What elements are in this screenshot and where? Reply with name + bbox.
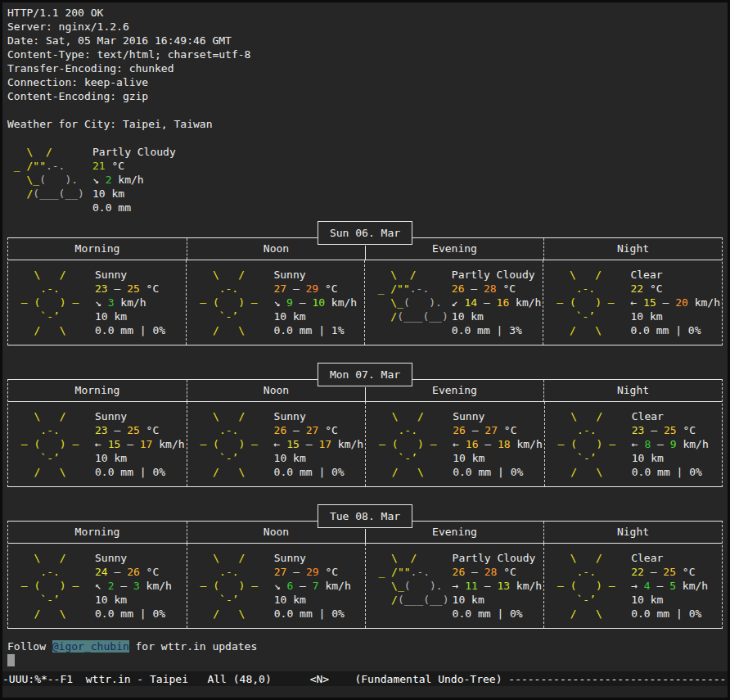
http-status-line: HTTP/1.1 200 OK (7, 6, 728, 20)
condition-text: Partly Cloudy (453, 551, 543, 565)
wind-text: ← 16 – 18 km/h (453, 437, 543, 451)
condition-text: Clear (631, 551, 708, 565)
temperature-text: 23 – 25 °C (632, 423, 709, 437)
header-morning: Morning (8, 380, 187, 401)
condition-text: Sunny (274, 551, 351, 565)
header-night: Night (543, 522, 722, 543)
forecast-cell-noon: \ / .-. ― ( ) ― `-’ / \ Sunny 27 – 29 °C… (187, 544, 365, 628)
precipitation-text: 0.0 mm | 0% (274, 607, 351, 621)
wind-arrow-icon: → (453, 580, 466, 592)
date-connector (365, 387, 366, 402)
condition-text: Clear (630, 268, 720, 282)
forecast-cell-noon: \ / .-. ― ( ) ― `-’ / \ Sunny 26 – 27 °C… (187, 402, 366, 486)
visibility-text: 10 km (273, 309, 357, 323)
http-header-date: Date: Sat, 05 Mar 2016 16:49:46 GMT (7, 34, 728, 47)
terminal-screen: HTTP/1.1 200 OK Server: nginx/1.2.6 Date… (0, 0, 730, 700)
header-night: Night (543, 380, 722, 401)
weather-art-icon: \ / .-. ― ( ) ― `-’ / \ (15, 551, 90, 621)
date-connector (365, 529, 366, 544)
visibility-text: 10 km (95, 451, 185, 465)
temperature-text: 21 °C (92, 159, 176, 173)
forecast-cell-morning: \ / .-. ― ( ) ― `-’ / \ Sunny 23 – 25 °C… (8, 260, 186, 345)
weather-art-icon: \ / _ /"".-. \_( ). /(___(__) (372, 551, 448, 621)
wind-arrow-icon: ↘ (95, 296, 108, 309)
wind-arrow-icon: ← (630, 296, 643, 309)
condition-text: Sunny (95, 268, 165, 282)
terminal-content: HTTP/1.1 200 OK Server: nginx/1.2.6 Date… (2, 2, 728, 667)
wind-text: ↘ 6 – 7 km/h (274, 579, 351, 593)
current-details: Partly Cloudy 21 °C ↘ 2 km/h 10 km 0.0 m… (92, 145, 176, 215)
weather-art-icon: \ / .-. ― ( ) ― `-’ / \ (550, 268, 625, 337)
wind-arrow-icon: ← (632, 438, 645, 450)
temperature-text: 26 – 28 °C (453, 565, 543, 579)
echo-area (2, 686, 728, 698)
follow-line: Follow @igor_chubin for wttr.in updates (7, 639, 728, 653)
forecast-days: Sun 06. Mar Morning Noon Evening Night \… (7, 237, 728, 629)
visibility-text: 10 km (452, 309, 542, 323)
http-header-connection: Connection: keep-alive (7, 75, 728, 89)
follow-prefix: Follow (7, 640, 52, 653)
visibility-text: 10 km (95, 593, 172, 607)
visibility-text: 10 km (631, 593, 708, 607)
precipitation-text: 0.0 mm | 0% (453, 607, 543, 621)
weather-art-icon: \ / .-. ― ( ) ― `-’ / \ (552, 409, 627, 479)
forecast-cell-morning: \ / .-. ― ( ) ― `-’ / \ Sunny 23 – 25 °C… (8, 402, 187, 486)
forecast-row: \ / .-. ― ( ) ― `-’ / \ Sunny 23 – 25 °C… (8, 260, 722, 345)
header-morning: Morning (8, 238, 187, 260)
http-header-content-type: Content-Type: text/html; charset=utf-8 (7, 47, 728, 61)
wind-text: ↘ 9 – 10 km/h (273, 296, 357, 309)
wind-text: → 4 – 5 km/h (631, 579, 708, 593)
header-night: Night (543, 238, 722, 260)
temperature-text: 26 – 28 °C (452, 282, 542, 296)
current-conditions: \ / _ /"".-. \_( ). /(___(__) Partly Clo… (7, 145, 728, 215)
spacer (7, 131, 728, 145)
temperature-text: 26 – 27 °C (453, 423, 543, 437)
forecast-row: \ / .-. ― ( ) ― `-’ / \ Sunny 23 – 25 °C… (8, 402, 722, 486)
wind-arrow-icon: → (631, 580, 644, 592)
text-cursor (7, 654, 15, 666)
forecast-row: \ / .-. ― ( ) ― `-’ / \ Sunny 24 – 26 °C… (8, 544, 722, 628)
condition-text: Clear (632, 409, 709, 423)
emacs-modeline[interactable]: -UUU:%*--F1 wttr.in - Taipei All (48,0) … (2, 671, 728, 686)
wind-arrow-icon: ↘ (274, 580, 287, 592)
partly-cloudy-icon: \ / _ /"".-. \_( ). /(___(__) (7, 145, 92, 215)
temperature-text: 23 – 25 °C (95, 423, 185, 437)
temperature-text: 23 – 25 °C (95, 282, 165, 296)
date-label: Tue 08. Mar (318, 504, 412, 528)
wind-text: ← 8 – 9 km/h (632, 437, 709, 451)
condition-text: Sunny (95, 409, 185, 423)
date-label: Sun 06. Mar (318, 221, 412, 245)
forecast-cell-morning: \ / .-. ― ( ) ― `-’ / \ Sunny 24 – 26 °C… (8, 544, 187, 628)
precipitation-text: 0.0 mm (92, 201, 176, 215)
precipitation-text: 0.0 mm | 0% (630, 323, 720, 337)
day-forecast-section: Tue 08. Mar Morning Noon Evening Night \… (7, 521, 723, 629)
twitter-handle-link[interactable]: @igor_chubin (52, 640, 129, 653)
modeline-text: -UUU:%*--F1 wttr.in - Taipei All (48,0) … (2, 673, 508, 685)
wind-arrow-icon: ← (453, 438, 466, 450)
date-label: Mon 07. Mar (318, 363, 412, 386)
forecast-cell-noon: \ / .-. ― ( ) ― `-’ / \ Sunny 27 – 29 °C… (186, 260, 363, 345)
wind-text: ↘ 3 km/h (95, 296, 165, 309)
forecast-cell-evening: \ / .-. ― ( ) ― `-’ / \ Sunny 26 – 27 °C… (365, 402, 544, 486)
weather-art-icon: \ / .-. ― ( ) ― `-’ / \ (194, 551, 269, 621)
temperature-text: 27 – 29 °C (274, 565, 351, 579)
wind-text: ↘ 2 km/h (92, 173, 176, 187)
wind-arrow-icon: ↖ (95, 580, 108, 592)
weather-art-icon: \ / .-. ― ( ) ― `-’ / \ (372, 409, 448, 479)
condition-text: Partly Cloudy (92, 145, 176, 159)
weather-location-title: Weather for City: Taipei, Taiwan (7, 117, 728, 131)
wind-text: → 11 – 13 km/h (453, 579, 543, 593)
visibility-text: 10 km (453, 593, 543, 607)
temperature-text: 24 – 26 °C (95, 565, 172, 579)
wind-arrow-icon: ↘ (273, 296, 286, 309)
visibility-text: 10 km (95, 309, 165, 323)
wind-arrow-icon: ↙ (452, 296, 465, 309)
precipitation-text: 0.0 mm | 1% (273, 323, 357, 337)
temperature-text: 22 °C (630, 282, 720, 296)
precipitation-text: 0.0 mm | 0% (632, 465, 709, 479)
forecast-cell-evening: \ / _ /"".-. \_( ). /(___(__) Partly Clo… (365, 544, 544, 628)
forecast-cell-evening: \ / _ /"".-. \_( ). /(___(__) Partly Clo… (364, 260, 543, 345)
precipitation-text: 0.0 mm | 0% (453, 465, 543, 479)
precipitation-text: 0.0 mm | 0% (95, 607, 172, 621)
date-connector (365, 246, 366, 260)
